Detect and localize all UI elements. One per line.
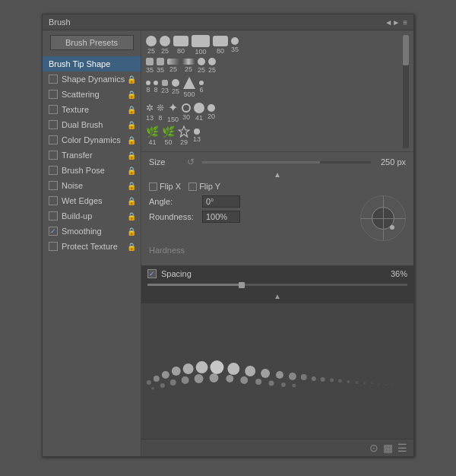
sidebar-item-label: Color Dynamics (62, 135, 121, 144)
sidebar-item-brush-pose[interactable]: Brush Pose 🔒 (43, 163, 141, 178)
brush-cell[interactable]: 🌿50 (162, 125, 175, 146)
flip-y-checkbox[interactable] (188, 182, 197, 191)
brush-cell[interactable]: 6 (199, 81, 204, 94)
toolbar-icon-1[interactable]: ⊙ (369, 442, 378, 454)
sidebar-item-label: Brush Pose (62, 166, 105, 175)
brush-cell[interactable]: 100 (192, 35, 210, 56)
check-box-noise[interactable] (49, 181, 58, 190)
sidebar-item-color-dynamics[interactable]: Color Dynamics 🔒 (43, 132, 141, 148)
brush-cell[interactable]: 25 (208, 58, 216, 74)
spacing-header: ✓ Spacing 36% (141, 265, 413, 282)
brush-cell[interactable]: ✦150 (167, 100, 179, 123)
check-box-texture[interactable] (49, 105, 58, 114)
sidebar-item-protect-texture[interactable]: Protect Texture 🔒 (43, 239, 141, 254)
svg-point-23 (378, 383, 380, 385)
svg-point-30 (195, 374, 204, 383)
toolbar-icon-2[interactable]: ▦ (383, 442, 393, 454)
lock-icon: 🔒 (127, 90, 136, 99)
check-box-brush-pose[interactable] (49, 166, 58, 175)
sidebar-item-texture[interactable]: Texture 🔒 (43, 102, 141, 117)
angle-indicator: ▲ (149, 170, 406, 179)
spacing-expand-arrow[interactable]: ▲ (141, 290, 413, 303)
svg-point-37 (292, 383, 296, 387)
reset-size-icon[interactable]: ↺ (187, 157, 195, 167)
brush-cell[interactable]: 25 (182, 59, 195, 73)
sidebar-item-wet-edges[interactable]: Wet Edges 🔒 (43, 193, 141, 208)
sidebar-item-noise[interactable]: Noise 🔒 (43, 178, 141, 193)
flip-y-item[interactable]: Flip Y (188, 182, 220, 191)
brush-cell[interactable]: 25 (172, 79, 179, 95)
svg-point-12 (276, 371, 283, 379)
sidebar-item-brush-tip-shape[interactable]: Brush Tip Shape (43, 56, 141, 71)
sidebar-item-scattering[interactable]: Scattering 🔒 (43, 87, 141, 102)
brush-cell[interactable]: 80 (173, 36, 188, 55)
check-box-shape-dynamics[interactable] (49, 75, 58, 84)
spacing-slider-thumb[interactable] (239, 282, 245, 288)
brush-cell[interactable]: 29 (178, 125, 190, 146)
brush-cell[interactable]: 🌿41 (146, 125, 159, 146)
flip-x-checkbox[interactable] (149, 182, 157, 191)
panel-menu-icon[interactable]: ≡ (403, 18, 407, 27)
brush-cell[interactable]: 500 (182, 76, 196, 98)
lock-icon: 🔒 (127, 121, 136, 129)
check-box-transfer[interactable] (49, 151, 58, 160)
brush-cell[interactable]: 35 (146, 58, 154, 74)
brush-cell[interactable]: ✲13 (146, 103, 154, 122)
brush-cell[interactable]: 13 (193, 129, 201, 143)
sidebar-item-label: Texture (62, 105, 89, 114)
brush-cell[interactable]: 25 (146, 36, 157, 55)
brush-cell[interactable]: 8 (154, 81, 158, 94)
lock-icon: 🔒 (127, 167, 136, 175)
angle-circle-control[interactable] (360, 195, 406, 241)
brush-grid-scrollbar[interactable] (403, 35, 409, 148)
sidebar-item-dual-brush[interactable]: Dual Brush 🔒 (43, 117, 141, 132)
circle-handle-dot[interactable] (390, 225, 394, 230)
sidebar-item-build-up[interactable]: Build-up 🔒 (43, 208, 141, 224)
roundness-input[interactable] (202, 211, 240, 223)
spacing-slider[interactable] (147, 284, 407, 286)
sidebar-item-shape-dynamics[interactable]: Shape Dynamics 🔒 (43, 71, 141, 87)
panel-header: Brush ◄► ≡ (43, 14, 413, 30)
brush-cell[interactable]: 35 (157, 58, 164, 74)
brush-cell[interactable]: 25 (198, 58, 205, 74)
svg-point-3 (154, 376, 160, 382)
panel-resize-icon[interactable]: ◄► (385, 18, 400, 27)
brush-cell[interactable]: 80 (213, 36, 228, 55)
spacing-value: 36% (391, 269, 407, 278)
sidebar-item-label: Dual Brush (62, 120, 103, 129)
circle-vertical-line (383, 196, 384, 240)
brush-cell[interactable]: 25 (160, 36, 170, 55)
brush-cell[interactable]: 23 (161, 80, 169, 94)
flip-x-item[interactable]: Flip X (149, 182, 181, 191)
check-box-protect-texture[interactable] (49, 242, 58, 251)
sidebar-item-label: Protect Texture (62, 242, 118, 251)
brush-cell[interactable]: 41 (194, 103, 204, 122)
brush-cell[interactable]: 30 (182, 103, 191, 121)
brush-cell[interactable]: 35 (231, 37, 239, 53)
sidebar-item-transfer[interactable]: Transfer 🔒 (43, 148, 141, 163)
lock-icon: 🔒 (127, 227, 136, 236)
brush-cell[interactable]: 25 (167, 59, 179, 73)
size-slider[interactable] (202, 161, 371, 163)
sidebar-item-label: Smoothing (62, 227, 102, 236)
angle-row: Angle: (149, 195, 354, 208)
svg-point-18 (338, 379, 342, 382)
check-box-dual-brush[interactable] (49, 120, 58, 129)
brush-cell[interactable]: 8 (146, 81, 150, 94)
lock-icon: 🔒 (127, 136, 136, 144)
brush-presets-button[interactable]: Brush Presets (50, 35, 134, 50)
size-slider-fill (202, 161, 320, 163)
toolbar-icon-3[interactable]: ☰ (397, 442, 407, 454)
angle-input[interactable] (202, 195, 240, 208)
check-box-wet-edges[interactable] (49, 196, 58, 205)
brush-cell[interactable]: ❊8 (157, 103, 164, 122)
check-box-build-up[interactable] (49, 211, 58, 221)
brush-row: 35 35 25 25 25 25 (146, 58, 400, 74)
check-box-smoothing[interactable]: ✓ (49, 227, 58, 236)
svg-point-8 (210, 360, 223, 374)
spacing-checkbox[interactable]: ✓ (147, 269, 157, 278)
check-box-color-dynamics[interactable] (49, 135, 58, 144)
sidebar-item-smoothing[interactable]: ✓ Smoothing 🔒 (43, 224, 141, 239)
check-box-scattering[interactable] (49, 90, 58, 99)
brush-cell[interactable]: 20 (207, 104, 215, 120)
